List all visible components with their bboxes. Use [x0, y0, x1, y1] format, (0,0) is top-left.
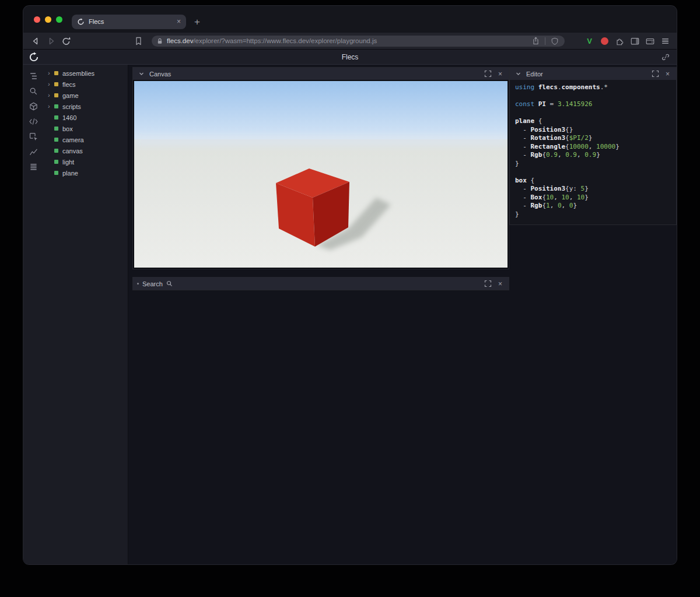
search-magnifier-icon: [166, 279, 173, 288]
entity-kind-square: [54, 127, 58, 131]
tree-item-scripts[interactable]: ›scripts: [43, 101, 128, 112]
sidebar-panel-icon[interactable]: [629, 36, 640, 47]
forward-button[interactable]: [44, 34, 57, 47]
tab-close-icon[interactable]: ×: [177, 17, 181, 26]
entity-kind-square: [54, 171, 58, 175]
entity-kind-square: [54, 71, 58, 75]
close-icon[interactable]: ×: [496, 279, 505, 288]
editor-code[interactable]: using flecs.components.* const PI = 3.14…: [510, 80, 676, 224]
query-rows-icon[interactable]: [27, 161, 39, 173]
close-icon[interactable]: ×: [496, 69, 505, 78]
brave-shield-icon[interactable]: [549, 36, 560, 47]
entity-kind-square: [54, 93, 58, 97]
tab-strip: Flecs × +: [23, 6, 677, 33]
search-panel: Search ×: [132, 277, 509, 290]
editor-panel-title: Editor: [526, 71, 543, 78]
page-title: Flecs: [23, 53, 677, 61]
entity-label: box: [62, 125, 73, 132]
entity-kind-square: [54, 82, 58, 86]
back-button[interactable]: [29, 34, 42, 47]
url-domain: flecs.dev: [167, 37, 193, 44]
minimize-window-button[interactable]: [45, 16, 51, 23]
expand-chevron-icon[interactable]: ›: [48, 103, 54, 110]
main-area: Canvas ×: [129, 65, 677, 564]
entity-kind-square: [54, 160, 58, 164]
entity-label: flecs: [62, 81, 76, 88]
tree-item-box[interactable]: box: [43, 123, 128, 134]
entity-label: assemblies: [62, 70, 94, 77]
menu-icon[interactable]: [660, 36, 671, 47]
code-line: - Position3{}: [515, 126, 671, 135]
share-link-icon[interactable]: [660, 51, 671, 63]
tree-item-camera[interactable]: camera: [43, 134, 128, 145]
canvas-3d-view[interactable]: [133, 80, 509, 269]
extension-red-icon[interactable]: [599, 36, 610, 47]
tree-item-game[interactable]: ›game: [43, 90, 128, 101]
expand-chevron-icon[interactable]: ›: [48, 92, 54, 99]
extensions-puzzle-icon[interactable]: [614, 36, 625, 47]
inspect-cursor-icon[interactable]: [27, 131, 39, 142]
browser-window: Flecs × + flecs.d: [23, 6, 677, 564]
code-line: [515, 92, 671, 101]
entity-kind-square: [54, 149, 58, 153]
entity-kind-square: [54, 115, 58, 120]
code-line: }: [515, 160, 671, 168]
entity-tree-icon[interactable]: [27, 70, 39, 82]
code-line: [515, 168, 671, 177]
entity-label: light: [62, 159, 74, 166]
code-line: - Rgb{0.9, 0.9, 0.9}: [515, 151, 671, 160]
close-window-button[interactable]: [34, 16, 40, 23]
search-icon[interactable]: [27, 85, 39, 97]
entity-kind-square: [54, 104, 58, 108]
navigation-bar: flecs.dev/explorer/?wasm=https://www.fle…: [23, 33, 677, 50]
wallet-icon[interactable]: [645, 36, 656, 47]
tab-title: Flecs: [89, 18, 173, 25]
canvas-panel-title: Canvas: [149, 71, 171, 78]
entity-tree: ›assemblies›flecs›game›scripts1460boxcam…: [43, 65, 128, 564]
tree-item-assemblies[interactable]: ›assemblies: [43, 68, 128, 79]
tree-item-canvas[interactable]: canvas: [43, 145, 128, 156]
tab-favicon-flecs-icon: [77, 18, 85, 26]
extension-v-icon[interactable]: V: [584, 36, 595, 47]
expand-chevron-icon[interactable]: ›: [48, 70, 54, 76]
url-path: /explorer/?wasm=https://www.flecs.dev/ex…: [193, 37, 377, 44]
expand-chevron-icon[interactable]: ›: [48, 81, 54, 87]
chevron-down-icon[interactable]: [137, 69, 146, 78]
lock-icon: [156, 37, 163, 45]
close-icon[interactable]: ×: [663, 69, 672, 78]
entity-label: camera: [62, 136, 84, 143]
code-line: box {: [515, 177, 671, 185]
reload-button[interactable]: [60, 34, 72, 47]
chevron-down-icon[interactable]: [514, 69, 523, 78]
code-line: - Rgb{1, 0, 0}: [515, 202, 671, 210]
fullscreen-icon[interactable]: [651, 69, 660, 78]
app-header: Flecs: [23, 50, 677, 65]
share-icon[interactable]: [530, 36, 541, 47]
stats-chart-icon[interactable]: [27, 146, 39, 157]
tree-item-plane[interactable]: plane: [43, 167, 128, 178]
code-line: using flecs.components.*: [515, 83, 671, 92]
collapsed-dot-icon[interactable]: [137, 283, 139, 285]
address-bar[interactable]: flecs.dev/explorer/?wasm=https://www.fle…: [152, 36, 565, 47]
fullscreen-icon[interactable]: [484, 69, 492, 78]
fullscreen-icon[interactable]: [484, 279, 492, 288]
extensions-area: V: [584, 36, 671, 47]
package-icon[interactable]: [27, 100, 39, 112]
new-tab-button[interactable]: +: [194, 17, 200, 27]
tree-item-flecs[interactable]: ›flecs: [43, 79, 128, 90]
browser-tab[interactable]: Flecs ×: [72, 15, 186, 29]
code-icon[interactable]: [27, 115, 39, 127]
code-line: - Box{10, 10, 10}: [515, 194, 671, 202]
editor-panel-header: Editor ×: [510, 68, 676, 80]
search-panel-header: Search ×: [133, 278, 509, 290]
bookmark-icon[interactable]: [132, 34, 145, 47]
flecs-app: Flecs: [23, 50, 677, 564]
tree-item-light[interactable]: light: [43, 156, 128, 167]
tree-item-1460[interactable]: 1460: [43, 112, 128, 123]
url-text: flecs.dev/explorer/?wasm=https://www.fle…: [167, 37, 527, 44]
editor-panel: Editor × using flecs.components.* const …: [509, 67, 677, 225]
code-line: plane {: [515, 117, 671, 126]
code-line: - Rotation3{$PI/2}: [515, 134, 671, 143]
entity-label: scripts: [62, 103, 81, 110]
zoom-window-button[interactable]: [56, 16, 62, 23]
